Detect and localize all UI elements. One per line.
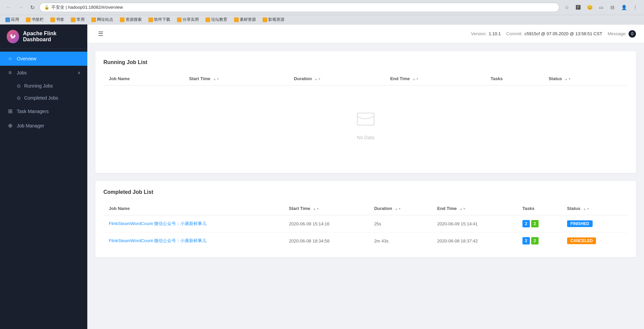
completed-jobs-col-start[interactable]: Start Time ▲▼ <box>284 202 369 215</box>
end-time-cell: 2020-06-08 18:37:42 <box>432 232 517 250</box>
header-commit-info: Commit: c5915cf @ 07.05.2020 @ 13:58:51 … <box>506 31 602 36</box>
status-cell: CANCELED <box>562 232 628 250</box>
running-jobs-col-name[interactable]: Job Name <box>103 72 184 86</box>
bookmark-resource-search[interactable]: 资源搜索 <box>119 16 143 23</box>
forward-button[interactable]: → <box>16 4 26 11</box>
flink-logo-icon: 🐿 <box>7 30 19 43</box>
task-num-1: 2 <box>522 237 530 244</box>
completed-jobs-tbody: FlinkSteamWordCount-微信公众号：小康新鲜事儿 2020-06… <box>103 215 628 250</box>
sidebar-label-jobs: Jobs <box>17 70 27 75</box>
message-badge[interactable]: 0 <box>629 30 636 38</box>
completed-jobs-col-duration[interactable]: Duration ▲▼ <box>369 202 432 215</box>
bookmark-label-apps: 应用 <box>11 17 19 22</box>
running-jobs-col-status[interactable]: Status ▲▼ <box>543 72 628 86</box>
completed-jobs-col-status[interactable]: Status ▲▼ <box>562 202 628 215</box>
sidebar-item-completed-jobs[interactable]: ⊙ Completed Jobs <box>0 92 87 104</box>
duration-cell: 2m 43s <box>369 232 432 250</box>
message-count: 0 <box>631 32 634 36</box>
url-text: 不安全 | hadoop01:18082/#/overview <box>51 4 123 10</box>
menu-toggle-button[interactable]: ☰ <box>95 29 106 39</box>
bookmark-bookmarks[interactable]: 书签 <box>49 16 65 23</box>
bookmark-icon-bookmarks <box>50 17 55 22</box>
bookmark-label-resource-search: 资源搜索 <box>126 17 142 22</box>
top-header: ☰ Version: 1.10.1 Commit: c5915cf @ 07.0… <box>87 24 644 43</box>
header-right: Version: 1.10.1 Commit: c5915cf @ 07.05.… <box>471 30 636 38</box>
browser-chrome: ← → ↻ 🔓 不安全 | hadoop01:18082/#/overview … <box>0 0 644 15</box>
running-jobs-col-end[interactable]: End Time ▲▼ <box>385 72 485 86</box>
tasks-cell: 2 2 <box>517 232 562 250</box>
completed-jobs-col-end[interactable]: End Time ▲▼ <box>432 202 517 215</box>
commit-label: Commit: <box>506 31 522 36</box>
running-jobs-col-start[interactable]: Start Time ▲▼ <box>184 72 288 86</box>
sidebar-item-jobs[interactable]: ≡ Jobs ∧ <box>0 66 87 80</box>
sidebar-item-overview[interactable]: ○ Overview <box>0 52 87 66</box>
completed-jobs-col-tasks[interactable]: Tasks <box>517 202 562 215</box>
bookmark-star-button[interactable]: ☆ <box>562 3 571 12</box>
bookmark-label-bookmarks: 书签 <box>56 17 64 22</box>
end-time-cell: 2020-06-09 15:14:41 <box>432 215 517 232</box>
sidebar-logo: 🐿 Apache Flink Dashboard <box>0 24 87 49</box>
bookmark-label-materials: 素材资源 <box>240 17 256 22</box>
bookmark-icon-materials <box>234 17 239 22</box>
bookmark-common[interactable]: 常用 <box>70 16 86 23</box>
sidebar-item-task-managers[interactable]: ⊞ Task Managers <box>0 104 87 118</box>
back-button[interactable]: ← <box>4 4 13 11</box>
bookmark-icon-apps <box>5 17 10 22</box>
overview-icon: ○ <box>7 56 13 62</box>
extension-button2[interactable]: 😊 <box>585 3 594 12</box>
completed-jobs-title: Completed Job List <box>103 189 628 195</box>
bookmark-label-media: 影视资源 <box>268 17 284 22</box>
header-message-info: Message: 0 <box>608 30 636 38</box>
bookmark-icon-bar <box>26 17 31 22</box>
job-name-link[interactable]: FlinkSteamWordCount-微信公众号：小康新鲜事儿 <box>109 238 206 243</box>
bookmark-forum[interactable]: 论坛教育 <box>204 16 229 23</box>
completed-sort-icon-status: ▲▼ <box>583 207 590 211</box>
running-jobs-header-row: Job Name Start Time ▲▼ Duration ▲▼ <box>103 72 628 86</box>
message-label: Message: <box>608 31 627 36</box>
bookmark-software[interactable]: 软件下载 <box>147 16 172 23</box>
bookmark-sites[interactable]: 网址站点 <box>90 16 114 23</box>
sidebar-label-running-jobs: Running Jobs <box>24 83 53 89</box>
task-managers-icon: ⊞ <box>7 108 13 114</box>
sidebar-item-job-manager[interactable]: ⊕ Job Manager <box>0 118 87 133</box>
sidebar-label-job-manager: Job Manager <box>17 123 44 128</box>
bookmark-apps[interactable]: 应用 <box>4 16 20 23</box>
status-badge: CANCELED <box>567 237 596 244</box>
bookmark-materials[interactable]: 素材资源 <box>233 16 257 23</box>
reload-button[interactable]: ↻ <box>28 4 37 11</box>
task-num-2: 2 <box>531 237 539 244</box>
task-num-1: 2 <box>522 220 530 227</box>
duration-cell: 25s <box>369 215 432 232</box>
sidebar-label-overview: Overview <box>17 56 36 61</box>
extension-button3[interactable]: ▭ <box>596 3 606 12</box>
running-jobs-thead: Job Name Start Time ▲▼ Duration ▲▼ <box>103 72 628 86</box>
sidebar-item-running-jobs[interactable]: ⊙ Running Jobs <box>0 80 87 92</box>
running-jobs-no-data-row: No Data <box>103 86 628 165</box>
header-left: ☰ <box>95 29 106 39</box>
completed-jobs-icon: ⊙ <box>17 95 21 101</box>
profile-button[interactable]: 👤 <box>619 3 629 12</box>
bookmark-media[interactable]: 影视资源 <box>261 16 286 23</box>
app-layout: 🐿 Apache Flink Dashboard ○ Overview ≡ Jo… <box>0 24 644 329</box>
completed-jobs-col-name[interactable]: Job Name <box>103 202 284 215</box>
extension-button4[interactable]: ⊟ <box>608 3 617 12</box>
running-jobs-col-duration[interactable]: Duration ▲▼ <box>288 72 385 86</box>
completed-jobs-card: Completed Job List Job Name Start Time ▲… <box>95 181 636 257</box>
main-content: Running Job List Job Name Start Time ▲▼ <box>87 43 644 329</box>
table-row: FlinkSteamWordCount-微信公众号：小康新鲜事儿 2020-06… <box>103 215 628 232</box>
jobs-chevron-icon: ∧ <box>78 70 81 75</box>
no-data-text: No Data <box>357 135 374 140</box>
status-badge: FINISHED <box>567 220 593 227</box>
tasks-cell: 2 2 <box>517 215 562 232</box>
bookmark-bar[interactable]: 书签栏 <box>25 16 45 23</box>
job-name-link[interactable]: FlinkSteamWordCount-微信公众号：小康新鲜事儿 <box>109 221 206 226</box>
address-bar[interactable]: 🔓 不安全 | hadoop01:18082/#/overview <box>39 3 559 12</box>
sort-icon-duration: ▲▼ <box>314 77 321 81</box>
menu-button[interactable]: ⋮ <box>631 3 640 12</box>
bookmark-icon-forum <box>205 17 210 22</box>
extension-button1[interactable]: 🅿 <box>573 3 583 12</box>
bookmark-share[interactable]: 分享实用 <box>176 16 200 23</box>
running-jobs-col-tasks[interactable]: Tasks <box>485 72 543 86</box>
commit-value: c5915cf @ 07.05.2020 @ 13:58:51 CST <box>524 31 602 36</box>
completed-sort-icon-duration: ▲▼ <box>395 207 401 211</box>
